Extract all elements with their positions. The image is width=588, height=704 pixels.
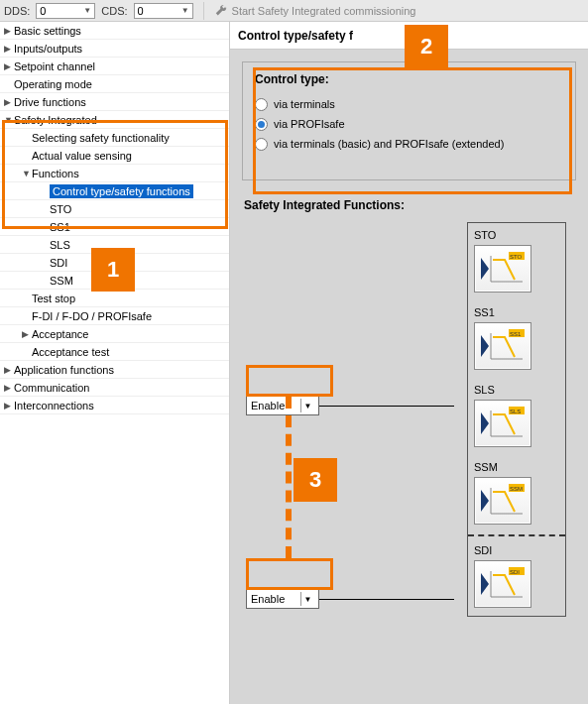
- function-label: SLS: [474, 384, 559, 396]
- tree-item[interactable]: ▶Inputs/outputs: [0, 40, 229, 58]
- caret-icon: ▶: [4, 401, 14, 411]
- function-button[interactable]: SSM: [474, 477, 531, 525]
- radio-option[interactable]: via terminals (basic) and PROFIsafe (ext…: [255, 134, 563, 154]
- tree-item-label: Communication: [14, 382, 89, 394]
- radio-option[interactable]: via terminals: [255, 94, 563, 114]
- radio-option[interactable]: via PROFIsafe: [255, 114, 563, 134]
- tree-item[interactable]: ▼Functions: [0, 165, 229, 182]
- function-graph-icon: SSM: [479, 482, 527, 520]
- tree-item[interactable]: ▼Safety Integrated: [0, 111, 229, 129]
- function-column: STOSTOSS1SS1SLSSLSSSMSSMSDISDI: [467, 222, 566, 617]
- enable-dropdown-2[interactable]: Enable ▼: [246, 589, 319, 609]
- cds-dropdown[interactable]: 0 ▼: [134, 3, 193, 19]
- tree-item-label: Basic settings: [14, 25, 81, 37]
- chevron-down-icon: ▼: [300, 592, 314, 606]
- tree-item[interactable]: Control type/safety functions: [0, 182, 229, 200]
- panel-area: Control type: via terminalsvia PROFIsafe…: [230, 50, 588, 704]
- tree-item-label: SSM: [50, 275, 73, 287]
- functions-area: STOSTOSS1SS1SLSSLSSSMSSMSDISDI Enable ▼ …: [242, 222, 576, 658]
- tree-item[interactable]: ▶Communication: [0, 379, 229, 397]
- tree-item-label: Selecting safety functionality: [32, 132, 170, 144]
- functions-heading: Safety Integrated Functions:: [244, 198, 576, 212]
- svg-marker-10: [481, 412, 489, 434]
- tree-item[interactable]: Actual value sensing: [0, 147, 229, 165]
- tree-item[interactable]: Test stop: [0, 290, 229, 307]
- tree-item[interactable]: Operating mode: [0, 75, 229, 93]
- function-cell: SDISDI: [468, 538, 565, 616]
- tree-item[interactable]: ▶Acceptance: [0, 325, 229, 343]
- svg-marker-0: [481, 258, 489, 280]
- tree-item-label: Functions: [32, 168, 79, 179]
- svg-text:STO: STO: [510, 254, 523, 260]
- cds-label: CDS:: [101, 5, 127, 17]
- tree-item-label: Acceptance test: [32, 346, 109, 358]
- enable-dropdown-1[interactable]: Enable ▼: [246, 396, 319, 415]
- tree-item[interactable]: ▶Basic settings: [0, 22, 229, 40]
- chevron-down-icon: ▼: [181, 6, 189, 15]
- function-button[interactable]: STO: [474, 245, 531, 293]
- tree-item[interactable]: ▶Setpoint channel: [0, 58, 229, 75]
- function-cell: SSMSSM: [468, 455, 565, 532]
- radio-icon: [255, 138, 268, 151]
- wire: [319, 599, 454, 600]
- tree-item-label: Application functions: [14, 364, 114, 376]
- function-cell: SLSSLS: [468, 378, 565, 455]
- function-button[interactable]: SLS: [474, 400, 531, 447]
- caret-icon: ▶: [4, 383, 14, 393]
- tree-item-label: Inputs/outputs: [14, 43, 82, 55]
- tree-item-label: SDI: [50, 257, 67, 269]
- tree-item-label: Acceptance: [32, 328, 88, 340]
- function-cell: STOSTO: [468, 223, 565, 300]
- radio-icon: [255, 98, 268, 111]
- caret-icon: ▶: [4, 61, 14, 71]
- tree-item-label: Test stop: [32, 293, 75, 304]
- tree-item[interactable]: SLS: [0, 236, 229, 254]
- tree-item-label: Safety Integrated: [14, 114, 97, 126]
- function-button[interactable]: SDI: [474, 560, 531, 608]
- tree-item[interactable]: SDI: [0, 254, 229, 272]
- start-commissioning-button[interactable]: Start Safety Integrated commissioning: [214, 4, 416, 18]
- tree-item[interactable]: F-DI / F-DO / PROFIsafe: [0, 307, 229, 325]
- tree-item-label: Actual value sensing: [32, 150, 132, 162]
- separator: [203, 2, 204, 20]
- radio-label: via PROFIsafe: [274, 118, 345, 130]
- function-graph-icon: SDI: [479, 565, 527, 603]
- tree-item-label: SS1: [50, 221, 70, 233]
- caret-icon: ▶: [4, 44, 14, 54]
- tree-item[interactable]: ▶Interconnections: [0, 397, 229, 414]
- main-area: ▶Basic settings▶Inputs/outputs▶Setpoint …: [0, 22, 588, 704]
- caret-icon: ▶: [22, 329, 32, 339]
- tree-item[interactable]: ▶Drive functions: [0, 93, 229, 111]
- wire: [319, 406, 454, 407]
- tree-item[interactable]: Selecting safety functionality: [0, 129, 229, 147]
- nav-tree: ▶Basic settings▶Inputs/outputs▶Setpoint …: [0, 22, 230, 704]
- svg-text:SS1: SS1: [510, 331, 522, 337]
- caret-icon: ▶: [4, 365, 14, 375]
- dds-label: DDS:: [4, 5, 30, 17]
- svg-text:SLS: SLS: [510, 409, 521, 414]
- wrench-icon: [214, 4, 228, 18]
- function-cell: SS1SS1: [468, 300, 565, 378]
- tree-item-label: Drive functions: [14, 96, 86, 108]
- function-label: SS1: [474, 306, 559, 318]
- dds-dropdown[interactable]: 0 ▼: [36, 3, 95, 19]
- caret-icon: ▶: [4, 97, 14, 107]
- tree-item[interactable]: Acceptance test: [0, 343, 229, 361]
- separator-dashed: [468, 534, 565, 536]
- function-graph-icon: STO: [479, 250, 527, 288]
- tree-item-label: Setpoint channel: [14, 60, 95, 72]
- tree-item[interactable]: SS1: [0, 218, 229, 236]
- svg-marker-5: [481, 335, 489, 357]
- content-header: Control type/safety f: [230, 22, 588, 50]
- function-graph-icon: SS1: [479, 327, 527, 365]
- chevron-down-icon: ▼: [83, 6, 91, 15]
- function-graph-icon: SLS: [479, 405, 527, 442]
- content-pane: Control type/safety f Control type: via …: [230, 22, 588, 704]
- tree-item[interactable]: ▶Application functions: [0, 361, 229, 379]
- control-type-group: Control type: via terminalsvia PROFIsafe…: [242, 61, 576, 180]
- tree-item-label: Interconnections: [14, 400, 94, 411]
- tree-item[interactable]: SSM: [0, 272, 229, 290]
- tree-item[interactable]: STO: [0, 200, 229, 218]
- function-button[interactable]: SS1: [474, 322, 531, 370]
- toolbar: DDS: 0 ▼ CDS: 0 ▼ Start Safety Integrate…: [0, 0, 588, 22]
